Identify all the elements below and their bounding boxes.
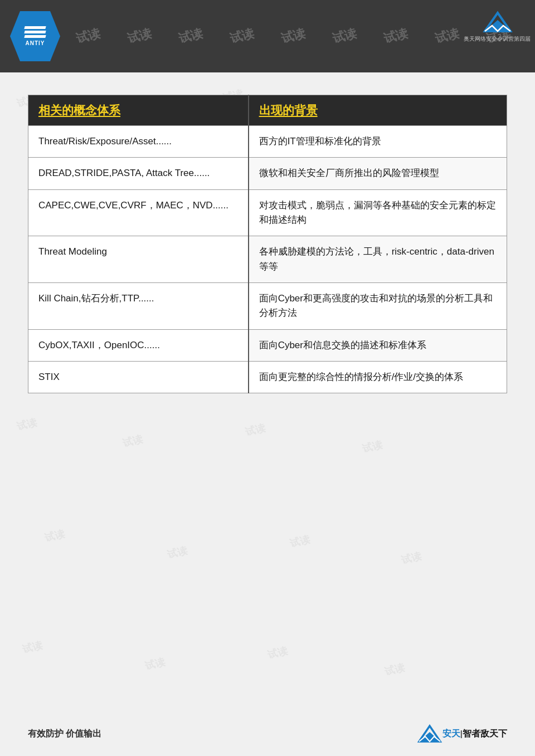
table-row: DREAD,STRIDE,PASTA, Attack Tree......微软和… bbox=[28, 158, 507, 189]
table-cell-right-4: 面向Cyber和更高强度的攻击和对抗的场景的分析工具和分析方法 bbox=[249, 283, 507, 330]
footer-brand-text: 安天|智者敌天下 bbox=[442, 728, 507, 740]
table-cell-left-3: Threat Modeling bbox=[28, 236, 249, 283]
footer: 有效防护 价值输出 安天|智者敌天下 bbox=[0, 711, 535, 756]
table-cell-right-0: 西方的IT管理和标准化的背景 bbox=[249, 126, 507, 158]
watermark-2: 试读 bbox=[74, 25, 102, 47]
table-header-row: 相关的概念体系 出现的背景 bbox=[28, 95, 507, 126]
body-watermark-14: 试读 bbox=[121, 432, 144, 450]
table-cell-right-2: 对攻击模式，脆弱点，漏洞等各种基础的安全元素的标定和描述结构 bbox=[249, 189, 507, 236]
header: ANTIY 试读 试读 试读 试读 试读 试读 试读 试读 试读 试读 奥天网络… bbox=[0, 0, 535, 72]
concept-table: 相关的概念体系 出现的背景 Threat/Risk/Exposure/Asset… bbox=[28, 95, 507, 393]
logo-label: ANTIY bbox=[26, 40, 45, 46]
body-watermark-21: 试读 bbox=[21, 638, 44, 656]
watermark-6: 试读 bbox=[279, 25, 307, 47]
logo-stripes bbox=[25, 26, 46, 38]
footer-antiy-icon bbox=[417, 724, 442, 744]
table-cell-right-6: 面向更完整的综合性的情报分析/作业/交换的体系 bbox=[249, 362, 507, 393]
table-cell-left-4: Kill Chain,钻石分析,TTP...... bbox=[28, 283, 249, 330]
table-cell-left-6: STIX bbox=[28, 362, 249, 393]
body-watermark-15: 试读 bbox=[244, 421, 267, 439]
body-watermark-24: 试读 bbox=[383, 661, 406, 679]
header-right-logo: 奥天网络安全令训营第四届 bbox=[469, 6, 525, 47]
header-right-text: 奥天网络安全令训营第四届 bbox=[464, 35, 531, 43]
watermark-9: 试读 bbox=[433, 25, 461, 47]
logo-stripe-1 bbox=[24, 26, 46, 29]
table-row: STIX面向更完整的综合性的情报分析/作业/交换的体系 bbox=[28, 362, 507, 393]
table-cell-right-3: 各种威胁建模的方法论，工具，risk-centric，data-driven等等 bbox=[249, 236, 507, 283]
body-watermark-19: 试读 bbox=[289, 533, 312, 550]
body-watermark-17: 试读 bbox=[43, 527, 66, 545]
table-cell-right-5: 面向Cyber和信息交换的描述和标准体系 bbox=[249, 329, 507, 361]
footer-brand: 安天|智者敌天下 bbox=[417, 724, 507, 744]
watermark-3: 试读 bbox=[125, 25, 153, 47]
watermark-7: 试读 bbox=[330, 25, 358, 47]
table-row: Kill Chain,钻石分析,TTP......面向Cyber和更高强度的攻击… bbox=[28, 283, 507, 330]
col-left-header: 相关的概念体系 bbox=[28, 95, 249, 126]
header-watermarks: 试读 试读 试读 试读 试读 试读 试读 试读 试读 试读 bbox=[0, 0, 535, 72]
antiy-bird-icon bbox=[482, 10, 513, 33]
table-cell-right-1: 微软和相关安全厂商所推出的风险管理模型 bbox=[249, 158, 507, 189]
col-right-header: 出现的背景 bbox=[249, 95, 507, 126]
logo-stripe-2 bbox=[24, 31, 46, 33]
table-row: Threat/Risk/Exposure/Asset......西方的IT管理和… bbox=[28, 126, 507, 158]
body-watermark-18: 试读 bbox=[166, 544, 189, 562]
body-watermark-22: 试读 bbox=[144, 655, 167, 673]
table-cell-left-0: Threat/Risk/Exposure/Asset...... bbox=[28, 126, 249, 158]
main-content: 相关的概念体系 出现的背景 Threat/Risk/Exposure/Asset… bbox=[0, 72, 535, 421]
table-cell-left-5: CybOX,TAXII，OpenIOC...... bbox=[28, 329, 249, 361]
logo-stripe-3 bbox=[24, 35, 46, 38]
watermark-8: 试读 bbox=[382, 25, 410, 47]
watermark-4: 试读 bbox=[177, 25, 205, 47]
table-row: CybOX,TAXII，OpenIOC......面向Cyber和信息交换的描述… bbox=[28, 329, 507, 361]
footer-slogan: 有效防护 价值输出 bbox=[28, 728, 101, 740]
table-row: Threat Modeling各种威胁建模的方法论，工具，risk-centri… bbox=[28, 236, 507, 283]
table-row: CAPEC,CWE,CVE,CVRF，MAEC，NVD......对攻击模式，脆… bbox=[28, 189, 507, 236]
body-watermark-16: 试读 bbox=[361, 438, 384, 456]
antiy-logo: ANTIY bbox=[10, 11, 60, 61]
table-cell-left-2: CAPEC,CWE,CVE,CVRF，MAEC，NVD...... bbox=[28, 189, 249, 236]
body-watermark-23: 试读 bbox=[266, 644, 289, 662]
watermark-5: 试读 bbox=[228, 25, 256, 47]
table-cell-left-1: DREAD,STRIDE,PASTA, Attack Tree...... bbox=[28, 158, 249, 189]
body-watermark-20: 试读 bbox=[400, 549, 423, 567]
